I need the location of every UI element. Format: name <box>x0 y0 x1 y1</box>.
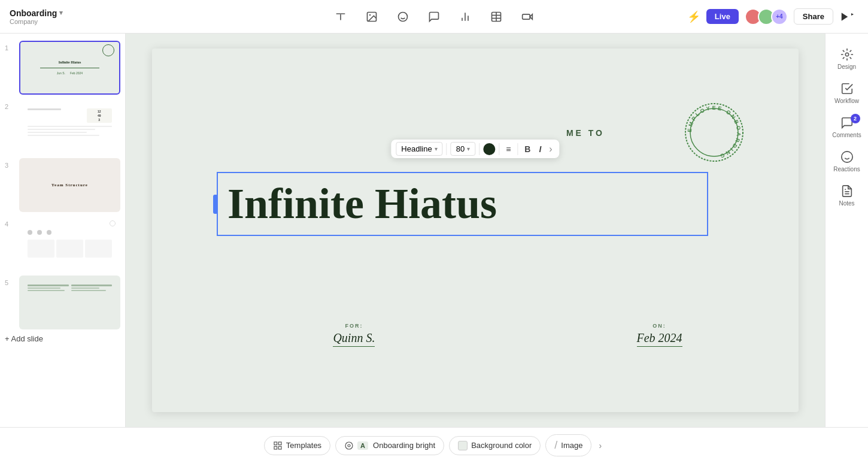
live-button[interactable]: Live <box>706 9 739 24</box>
title-caret-icon: ▾ <box>59 9 63 17</box>
svg-rect-0 <box>336 13 345 14</box>
app-title-text: Onboarding <box>10 8 57 18</box>
stamp-circle: EMPLOYEE ONBOARDING <box>681 99 747 165</box>
resize-handle-left[interactable] <box>213 195 218 214</box>
slide-item-1[interactable]: 1 Infinite Hiatus Jun S.Feb 2024 <box>5 41 120 95</box>
more-options-button[interactable]: › <box>547 144 554 155</box>
chart-tool-button[interactable] <box>456 7 475 26</box>
sidebar-item-comments[interactable]: 2 Comments <box>828 111 866 143</box>
app-subtitle: Company <box>10 18 218 25</box>
bg-color-button[interactable]: Background color <box>449 436 541 455</box>
app-title[interactable]: Onboarding ▾ <box>10 8 218 18</box>
style-caret-icon: ▾ <box>435 146 438 152</box>
slide-thumb-1[interactable]: Infinite Hiatus Jun S.Feb 2024 <box>19 41 120 95</box>
text-tool-button[interactable] <box>331 7 350 26</box>
collaborator-avatars: +4 <box>745 8 788 25</box>
more-options-chevron[interactable]: › <box>596 438 604 453</box>
svg-marker-17 <box>851 13 854 16</box>
welcome-text-content: ME TO <box>566 128 605 138</box>
slide-number-5: 5 <box>5 279 14 286</box>
svg-point-4 <box>399 12 408 21</box>
reactions-label: Reactions <box>833 166 860 173</box>
image-tool-button[interactable] <box>362 7 381 26</box>
play-button[interactable] <box>839 11 858 22</box>
table-tool-button[interactable] <box>487 7 506 26</box>
center-toolbar <box>226 7 643 26</box>
on-value: Feb 2024 <box>637 331 682 347</box>
workflow-label: Workflow <box>834 98 859 104</box>
style-select[interactable]: Headline ▾ <box>396 142 442 156</box>
size-select[interactable]: 80 ▾ <box>451 142 475 156</box>
slide-item-3[interactable]: 3 Team Structure <box>5 158 120 212</box>
size-caret-icon: ▾ <box>467 146 470 152</box>
sidebar-item-design[interactable]: Design <box>828 43 866 75</box>
on-label: ON: <box>637 323 682 329</box>
svg-rect-14 <box>523 14 530 19</box>
main-title-text[interactable]: Infinite Hiatus <box>227 180 697 228</box>
toolbar-divider-2 <box>479 143 479 155</box>
theme-badge: A <box>357 441 368 450</box>
align-button[interactable]: ≡ <box>503 143 514 156</box>
design-icon <box>840 48 854 61</box>
slide-thumb-4[interactable] <box>19 217 120 271</box>
comments-badge: 2 <box>851 114 860 123</box>
size-label: 80 <box>456 144 465 153</box>
slide-number-3: 3 <box>5 162 14 169</box>
sidebar-item-notes[interactable]: Notes <box>828 180 866 211</box>
theme-button[interactable]: A Onboarding bright <box>335 436 444 455</box>
templates-button[interactable]: Templates <box>264 436 330 455</box>
color-picker-button[interactable] <box>483 143 495 155</box>
templates-label: Templates <box>286 441 321 450</box>
bottom-bar: Templates A Onboarding bright Background… <box>0 427 868 463</box>
slide-number-4: 4 <box>5 220 14 228</box>
sidebar-item-reactions[interactable]: Reactions <box>828 146 866 177</box>
emoji-tool-button[interactable] <box>393 7 412 26</box>
image-button[interactable]: / Image <box>545 434 591 456</box>
svg-point-21 <box>845 53 849 56</box>
design-label: Design <box>837 63 856 70</box>
italic-button[interactable]: I <box>536 143 544 156</box>
svg-point-3 <box>369 14 371 15</box>
bold-button[interactable]: B <box>521 143 533 156</box>
slide-canvas: ME TO Infinite Hiatus EMPLOYEE ONBOARDIN… <box>152 49 799 413</box>
chevron-right-icon: › <box>599 441 602 450</box>
slide-item-2[interactable]: 2 12493 <box>5 99 120 153</box>
slides-panel: 1 Infinite Hiatus Jun S.Feb 2024 2 12493 <box>0 34 126 427</box>
topbar-right: ⚡ Live +4 Share <box>650 8 859 25</box>
svg-text:EMPLOYEE ONBOARDING: EMPLOYEE ONBOARDING <box>686 105 741 159</box>
comment-tool-button[interactable] <box>424 7 444 26</box>
theme-label: Onboarding bright <box>373 441 435 450</box>
add-slide-button[interactable]: + Add slide <box>5 334 43 343</box>
slide-item-4[interactable]: 4 <box>5 217 120 271</box>
style-label: Headline <box>401 144 432 153</box>
templates-icon <box>273 441 283 450</box>
slide-item-5[interactable]: 5 <box>5 276 120 329</box>
slide-thumb-2[interactable]: 12493 <box>19 99 120 153</box>
slide-thumb-5[interactable] <box>19 276 120 329</box>
slide-thumb-3[interactable]: Team Structure <box>19 158 120 212</box>
topbar: Onboarding ▾ Company ⚡ Live <box>0 0 868 34</box>
slash-icon: / <box>554 439 557 452</box>
svg-marker-16 <box>842 13 848 21</box>
bolt-icon[interactable]: ⚡ <box>687 10 700 23</box>
video-tool-button[interactable] <box>518 7 537 26</box>
workflow-icon <box>840 82 854 95</box>
svg-point-22 <box>841 152 852 162</box>
app-title-block: Onboarding ▾ Company <box>10 8 218 25</box>
canvas-area: Headline ▾ 80 ▾ ≡ B I › ME TO <box>126 34 825 427</box>
notes-label: Notes <box>839 200 854 207</box>
svg-rect-27 <box>274 442 277 445</box>
comments-label: Comments <box>832 132 861 138</box>
avatar-count: +4 <box>771 8 788 25</box>
text-box[interactable]: Infinite Hiatus <box>217 172 708 236</box>
for-label: FOR: <box>333 323 375 329</box>
bg-color-label: Background color <box>471 441 532 450</box>
sidebar-item-workflow[interactable]: Workflow <box>828 77 866 109</box>
on-section: ON: Feb 2024 <box>637 323 682 347</box>
toolbar-divider-3 <box>499 143 499 155</box>
theme-icon <box>344 441 354 450</box>
share-button[interactable]: Share <box>794 8 833 25</box>
welcome-text: ME TO <box>566 128 605 138</box>
svg-rect-1 <box>340 14 341 20</box>
svg-rect-30 <box>274 446 277 449</box>
